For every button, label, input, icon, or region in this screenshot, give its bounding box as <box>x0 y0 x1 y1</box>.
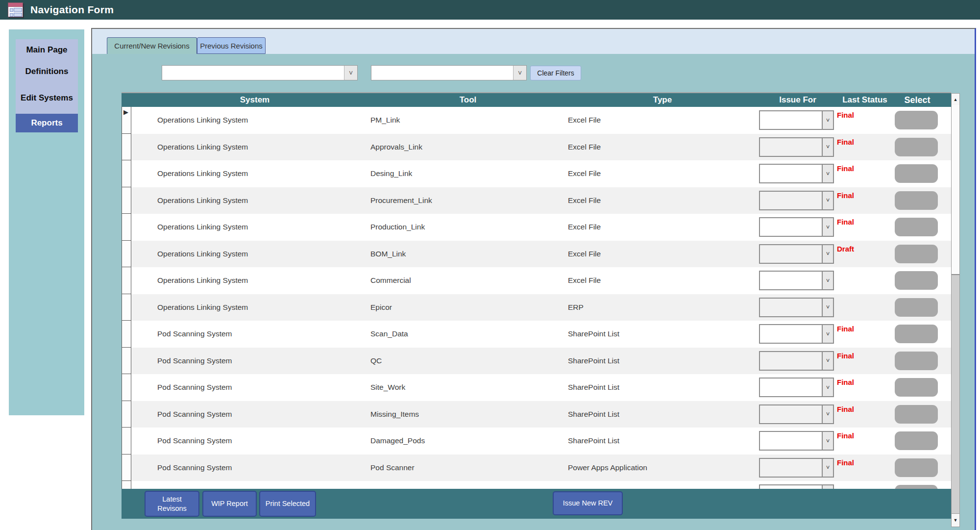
chevron-down-icon[interactable]: ˅ <box>822 299 833 316</box>
issue-for-dropdown[interactable]: ˅ <box>759 217 834 237</box>
cell-type: Excel File <box>568 169 601 178</box>
select-button[interactable] <box>895 352 938 370</box>
issue-for-dropdown[interactable]: ˅ <box>759 164 834 183</box>
cell-type: Excel File <box>568 143 601 151</box>
issue-for-dropdown[interactable]: ˅ <box>759 431 834 451</box>
record-selector[interactable] <box>122 294 131 321</box>
record-selector[interactable] <box>122 214 131 241</box>
scroll-up-icon[interactable]: ▲ <box>952 94 959 105</box>
issue-for-value <box>762 272 821 289</box>
chevron-down-icon[interactable]: ˅ <box>822 138 833 156</box>
record-selector[interactable] <box>122 481 131 489</box>
table-row: Operations Linking System Desing_Link Ex… <box>122 160 951 187</box>
cell-system: Operations Linking System <box>157 223 248 231</box>
form-window-icon <box>8 2 23 17</box>
record-selector[interactable] <box>122 160 131 187</box>
record-selector[interactable] <box>122 321 131 348</box>
chevron-down-icon[interactable]: ˅ <box>822 459 833 477</box>
record-selector[interactable] <box>122 454 131 481</box>
select-button[interactable] <box>895 111 938 129</box>
issue-for-dropdown[interactable]: ˅ <box>759 137 834 157</box>
cell-tool: Desing_Link <box>370 169 412 178</box>
issue-for-dropdown[interactable]: ˅ <box>759 298 834 317</box>
chevron-down-icon[interactable]: ˅ <box>822 352 833 370</box>
clear-filters-button[interactable]: Clear Filters <box>530 66 581 80</box>
issue-for-dropdown[interactable]: ˅ <box>759 110 834 130</box>
latest-revisons-button[interactable]: Latest Revisons <box>145 491 199 517</box>
select-button[interactable] <box>895 325 938 343</box>
chevron-down-icon[interactable]: ˅ <box>822 485 833 489</box>
table-row: Operations Linking System BOM_Link Excel… <box>122 241 951 268</box>
record-selector[interactable] <box>122 428 131 454</box>
chevron-down-icon[interactable]: ˅ <box>822 245 833 263</box>
scroll-down-icon[interactable]: ▼ <box>952 513 959 527</box>
select-button[interactable] <box>895 458 938 477</box>
chevron-down-icon[interactable]: ˅ <box>513 66 526 80</box>
chevron-down-icon[interactable]: ˅ <box>822 218 833 236</box>
select-button[interactable] <box>895 164 938 183</box>
issue-for-dropdown[interactable]: ˅ <box>759 191 834 210</box>
cell-system: Operations Linking System <box>157 196 248 205</box>
system-filter-dropdown[interactable]: ˅ <box>162 65 358 80</box>
select-button[interactable] <box>895 405 938 424</box>
record-selector[interactable] <box>122 241 131 268</box>
record-selector[interactable] <box>122 134 131 161</box>
table-row: Operations Linking System Commercial Exc… <box>122 267 951 294</box>
issue-for-dropdown[interactable]: ˅ <box>759 324 834 344</box>
tool-filter-dropdown[interactable]: ˅ <box>371 65 527 80</box>
record-selector[interactable] <box>122 374 131 401</box>
select-button[interactable] <box>895 431 938 450</box>
cell-system: Pod Scanning System <box>157 383 232 392</box>
record-selector[interactable] <box>122 187 131 214</box>
issue-for-dropdown[interactable]: ˅ <box>759 378 834 397</box>
issue-for-dropdown[interactable]: ˅ <box>759 484 834 489</box>
select-button[interactable] <box>895 485 938 489</box>
chevron-down-icon[interactable]: ˅ <box>822 192 833 209</box>
sidebar-item-definitions[interactable]: Definitions <box>16 67 78 76</box>
record-selector[interactable]: ▶ <box>122 107 131 134</box>
record-selector[interactable] <box>122 267 131 294</box>
sidebar-item-reports[interactable]: Reports <box>16 114 78 132</box>
select-button[interactable] <box>895 245 938 263</box>
select-button[interactable] <box>895 191 938 210</box>
issue-for-dropdown[interactable]: ˅ <box>759 271 834 290</box>
select-button[interactable] <box>895 378 938 397</box>
wip-report-button[interactable]: WIP Report <box>202 491 257 517</box>
select-button[interactable] <box>895 138 938 156</box>
select-button[interactable] <box>895 298 938 317</box>
chevron-down-icon[interactable]: ˅ <box>822 165 833 182</box>
last-status-text: Final <box>837 164 854 173</box>
vertical-scrollbar[interactable]: ▲ ▼ <box>951 93 960 527</box>
chevron-down-icon[interactable]: ˅ <box>822 432 833 450</box>
chevron-down-icon[interactable]: ˅ <box>822 325 833 343</box>
cell-type: Excel File <box>568 250 601 258</box>
select-button[interactable] <box>895 271 938 290</box>
cell-type: Excel File <box>568 276 601 285</box>
cell-system: Operations Linking System <box>157 303 248 312</box>
issue-for-dropdown[interactable]: ˅ <box>759 244 834 264</box>
tab-strip: Current/New Revisions Previous Revisions <box>92 29 975 54</box>
issue-for-dropdown[interactable]: ˅ <box>759 351 834 371</box>
cell-tool: Scan_Data <box>370 329 408 338</box>
chevron-down-icon[interactable]: ˅ <box>822 405 833 423</box>
cell-tool: Commercial <box>370 276 411 285</box>
sidebar-item-main-page[interactable]: Main Page <box>16 45 78 55</box>
chevron-down-icon[interactable]: ˅ <box>822 111 833 129</box>
chevron-down-icon[interactable]: ˅ <box>344 66 357 80</box>
issue-for-dropdown[interactable]: ˅ <box>759 404 834 424</box>
scrollbar-thumb[interactable] <box>952 105 959 275</box>
record-selector[interactable] <box>122 348 131 375</box>
chevron-down-icon[interactable]: ˅ <box>822 272 833 289</box>
title-bar: Navigation Form <box>0 0 980 20</box>
chevron-down-icon[interactable]: ˅ <box>822 379 833 396</box>
issue-new-rev-button[interactable]: Issue New REV <box>553 491 623 515</box>
tab-previous-revisions[interactable]: Previous Revisions <box>197 37 266 54</box>
issue-for-dropdown[interactable]: ˅ <box>759 458 834 478</box>
select-button[interactable] <box>895 218 938 236</box>
table-body: ▶ Operations Linking System PM_Link Exce… <box>122 107 951 489</box>
column-header-last-status: Last Status <box>842 95 887 105</box>
print-selected-button[interactable]: Print Selected <box>259 491 316 517</box>
tab-current-new-revisions[interactable]: Current/New Revisions <box>107 37 197 54</box>
record-selector[interactable] <box>122 401 131 428</box>
sidebar-item-edit-systems[interactable]: Edit Systems <box>16 93 78 103</box>
